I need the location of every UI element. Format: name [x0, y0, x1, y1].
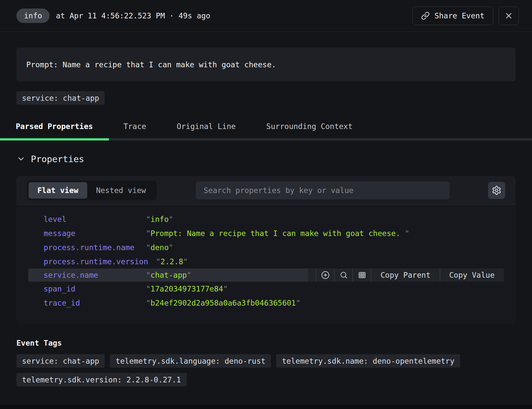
- tab-trace[interactable]: Trace: [123, 122, 146, 131]
- property-row-level[interactable]: level info: [16, 212, 516, 226]
- search-value-button[interactable]: [334, 269, 353, 282]
- add-filter-button[interactable]: [316, 269, 334, 282]
- copy-value-button[interactable]: Copy Value: [440, 269, 504, 282]
- properties-table: level info message Prompt: Name a recipe…: [16, 205, 516, 324]
- tab-parsed-properties[interactable]: Parsed Properties: [16, 122, 93, 131]
- properties-settings-button[interactable]: [488, 182, 505, 199]
- flat-view-button[interactable]: Flat view: [29, 182, 87, 199]
- tab-bar: [0, 138, 532, 140]
- share-event-label: Share Event: [435, 11, 484, 20]
- properties-card: Flat view Nested view level info message…: [16, 176, 516, 324]
- table-icon: [358, 271, 366, 279]
- share-event-button[interactable]: Share Event: [412, 7, 493, 25]
- properties-section-toggle[interactable]: Properties: [16, 154, 516, 164]
- link-icon: [421, 11, 430, 20]
- row-action-toolbar: Copy Parent Copy Value: [308, 269, 504, 282]
- tab-original-line[interactable]: Original Line: [177, 122, 236, 131]
- event-tags-list: service: chat-app telemetry.sdk.language…: [16, 354, 516, 386]
- event-message-text: Prompt: Name a recipe that I can make wi…: [26, 60, 276, 69]
- copy-parent-button[interactable]: Copy Parent: [371, 269, 440, 282]
- property-value: chat-app: [146, 271, 192, 279]
- add-column-button[interactable]: [353, 269, 371, 282]
- property-row-process-runtime-name[interactable]: process.runtime.name deno: [16, 240, 516, 254]
- event-tag[interactable]: telemetry.sdk.version: 2.2.8-0.27.1: [16, 373, 187, 386]
- event-message-preview: Prompt: Name a recipe that I can make wi…: [16, 48, 516, 81]
- property-value: Prompt: Name a recipe that I can make wi…: [146, 229, 409, 238]
- event-tags-section: Event Tags service: chat-app telemetry.s…: [16, 339, 516, 386]
- property-row-process-runtime-version[interactable]: process.runtime.version 2.2.8: [16, 254, 516, 269]
- property-value: 2.2.8: [156, 257, 188, 266]
- modal-bottom-edge: [0, 405, 532, 409]
- property-key: message: [44, 229, 138, 238]
- gear-icon: [492, 185, 501, 195]
- property-row-service-name[interactable]: service.name chat-app: [28, 269, 504, 282]
- property-key: span_id: [44, 285, 138, 293]
- close-button[interactable]: [499, 7, 519, 25]
- property-row-trace-id[interactable]: trace_id b24ef2902d2a958a0a6a3fb04636560…: [16, 296, 516, 310]
- properties-section-title: Properties: [31, 154, 84, 164]
- event-tag[interactable]: telemetry.sdk.language: deno-rust: [110, 354, 271, 368]
- property-value: info: [146, 215, 173, 224]
- service-tag-chip[interactable]: service: chat-app: [16, 91, 105, 105]
- search-icon: [339, 271, 348, 279]
- search-properties-input[interactable]: [196, 182, 450, 199]
- property-row-message[interactable]: message Prompt: Name a recipe that I can…: [16, 226, 516, 240]
- event-timestamp: at Apr 11 4:56:22.523 PM · 49s ago: [56, 11, 210, 20]
- close-icon: [504, 11, 513, 20]
- tab-surrounding-context[interactable]: Surrounding Context: [266, 122, 353, 131]
- property-key: service.name: [44, 271, 138, 279]
- active-tab-indicator: [0, 138, 109, 140]
- chevron-down-icon: [16, 154, 26, 163]
- property-value: b24ef2902d2a958a0a6a3fb046365601: [146, 299, 300, 307]
- property-value: deno: [146, 243, 173, 252]
- property-key: process.runtime.name: [44, 243, 138, 252]
- event-header: info at Apr 11 4:56:22.523 PM · 49s ago …: [0, 0, 532, 32]
- view-switcher: Flat view Nested view: [27, 181, 156, 200]
- property-key: level: [44, 215, 138, 224]
- event-tag[interactable]: telemetry.sdk.name: deno-opentelemetry: [276, 354, 460, 368]
- action-toolbar-spacer: [308, 269, 316, 282]
- property-value: 17a2034973177e84: [146, 285, 228, 293]
- event-tag[interactable]: service: chat-app: [16, 354, 105, 368]
- plus-circle-icon: [321, 271, 330, 279]
- property-key: trace_id: [44, 299, 138, 307]
- properties-toolbar: Flat view Nested view: [16, 176, 516, 205]
- property-key: process.runtime.version: [44, 257, 148, 266]
- event-tags-title: Event Tags: [16, 339, 516, 347]
- detail-tabs: Parsed Properties Trace Original Line Su…: [0, 118, 532, 140]
- level-badge: info: [16, 9, 50, 23]
- nested-view-button[interactable]: Nested view: [87, 182, 155, 199]
- property-row-span-id[interactable]: span_id 17a2034973177e84: [16, 282, 516, 296]
